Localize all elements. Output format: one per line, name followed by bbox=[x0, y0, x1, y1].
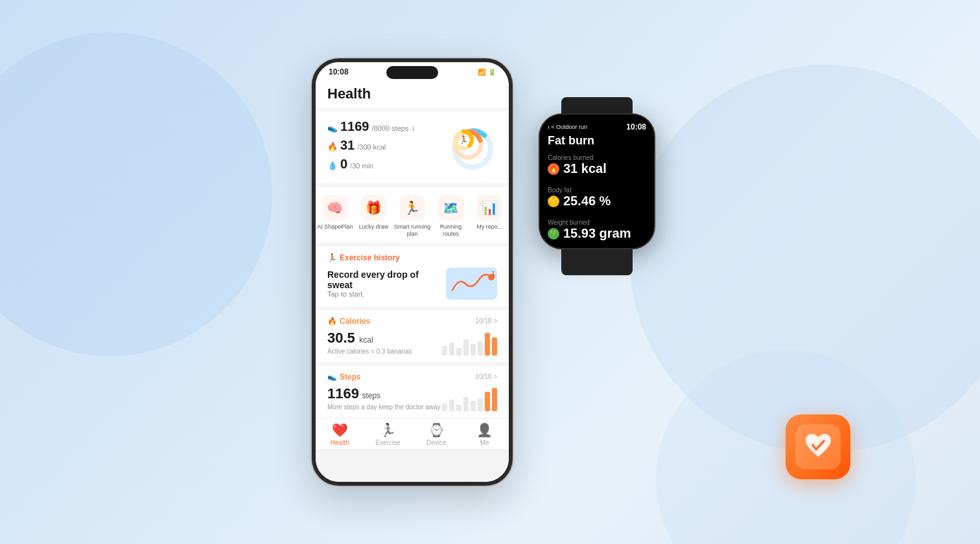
svg-text:🏃: 🏃 bbox=[459, 135, 469, 144]
bar-7-highlight bbox=[485, 333, 490, 356]
action-smart-running[interactable]: 🏃 Smart running plan bbox=[393, 195, 432, 238]
bar-3 bbox=[456, 348, 461, 356]
step-bar-4 bbox=[463, 397, 469, 411]
app-icon[interactable] bbox=[786, 414, 850, 479]
calories-icon: 🔥 bbox=[327, 142, 338, 152]
exercise-nav-icon: 🏃 bbox=[380, 422, 396, 438]
svg-text:🏃: 🏃 bbox=[490, 271, 496, 277]
steps-content: 1169 steps More steps a day keep the doc… bbox=[327, 385, 497, 411]
nav-exercise[interactable]: 🏃 Exercise bbox=[364, 422, 413, 446]
me-nav-icon: 👤 bbox=[476, 422, 493, 438]
watch-mode-title: Fat burn bbox=[548, 134, 646, 148]
steps-goal: /8000 steps bbox=[372, 124, 409, 132]
watch-weight-value: 15.93 gram bbox=[563, 226, 631, 241]
watch-screen: ‹ < Outdoor run 10:08 Fat burn Calories … bbox=[540, 115, 654, 248]
action-icon-ai: 🧠 bbox=[322, 195, 348, 221]
exercise-section: 🏃 Exercise history Record every drop of … bbox=[316, 247, 509, 306]
health-nav-icon: ❤️ bbox=[332, 422, 348, 438]
watch-metric-bodyfat: Body fat 💛 25.46 % bbox=[548, 187, 646, 209]
steps-title-icon: 👟 bbox=[327, 372, 337, 381]
steps-title-text: Steps bbox=[340, 372, 361, 381]
nav-me[interactable]: 👤 Me bbox=[461, 422, 509, 446]
stats-card: 👟 1169 /8000 steps ℹ 🔥 31 /300 kcal 💧 bbox=[316, 111, 509, 183]
calories-big-value: 30.5 bbox=[327, 330, 355, 346]
run-icon: 🏃 bbox=[327, 253, 337, 262]
watch-body: ‹ < Outdoor run 10:08 Fat burn Calories … bbox=[539, 113, 655, 249]
steps-date: 10/18 > bbox=[475, 373, 497, 380]
calories-goal: /300 kcal bbox=[357, 143, 386, 151]
status-icons: 📶 🔋 bbox=[478, 69, 496, 76]
minutes-stat-row: 💧 0 /30 min bbox=[327, 157, 439, 172]
bar-6 bbox=[478, 341, 483, 356]
exercise-nav-label: Exercise bbox=[376, 439, 401, 446]
watch-back-button[interactable]: ‹ < Outdoor run bbox=[548, 124, 587, 131]
step-bar-5 bbox=[471, 401, 476, 411]
watch-header: ‹ < Outdoor run 10:08 bbox=[548, 122, 646, 131]
exercise-subtitle: Tap to start. bbox=[327, 290, 446, 298]
watch-bodyfat-value: 25.46 % bbox=[563, 194, 611, 209]
watch-bodyfat-value-row: 💛 25.46 % bbox=[548, 194, 646, 209]
action-label-report: My repo... bbox=[476, 223, 502, 231]
exercise-content[interactable]: Record every drop of sweat Tap to start.… bbox=[327, 267, 497, 300]
stats-list: 👟 1169 /8000 steps ℹ 🔥 31 /300 kcal 💧 bbox=[327, 119, 439, 176]
action-report[interactable]: 📊 My repo... bbox=[470, 195, 509, 238]
steps-title-row: 👟 Steps 10/18 > bbox=[327, 372, 497, 381]
status-time: 10:08 bbox=[329, 67, 349, 76]
calories-content: 30.5 kcal Active calories ≈ 0.3 bananas bbox=[327, 330, 497, 356]
steps-value: 1169 bbox=[340, 119, 369, 134]
steps-stat-row: 👟 1169 /8000 steps ℹ bbox=[327, 119, 439, 134]
steps-section-title: 👟 Steps bbox=[327, 372, 361, 381]
exercise-title: Record every drop of sweat bbox=[327, 269, 446, 290]
action-icon-routes: 🗺️ bbox=[438, 195, 464, 221]
calories-title-row: 🔥 Calories 10/18 > bbox=[327, 317, 497, 326]
bar-2 bbox=[449, 343, 454, 356]
back-chevron-icon: ‹ bbox=[548, 124, 550, 131]
action-ai-shapeplan[interactable]: 🧠 AI ShapePlan bbox=[316, 195, 355, 238]
ring-charts: 🏃 bbox=[439, 122, 497, 174]
action-routes[interactable]: 🗺️ Running routes bbox=[432, 195, 471, 238]
steps-icon: 👟 bbox=[327, 123, 338, 133]
info-icon: ℹ bbox=[412, 126, 414, 132]
phone: 10:08 📶 🔋 Health 👟 1169 bbox=[312, 58, 513, 486]
steps-section: 👟 Steps 10/18 > 1169 steps More steps a … bbox=[316, 366, 509, 418]
steps-big-value: 1169 bbox=[327, 385, 359, 402]
watch-bodyfat-icon: 💛 bbox=[548, 196, 559, 207]
watch-band-bottom bbox=[561, 249, 633, 275]
calories-section: 🔥 Calories 10/18 > 30.5 kcal Active calo… bbox=[316, 310, 509, 362]
steps-bar-chart bbox=[442, 385, 497, 411]
smartwatch: ‹ < Outdoor run 10:08 Fat burn Calories … bbox=[526, 97, 668, 266]
devices-row: 10:08 📶 🔋 Health 👟 1169 bbox=[312, 58, 668, 486]
steps-left: 1169 steps More steps a day keep the doc… bbox=[327, 385, 441, 411]
step-bar-6 bbox=[478, 398, 483, 411]
watch-weight-icon: 💚 bbox=[548, 228, 559, 240]
action-label-ai: AI ShapePlan bbox=[317, 223, 353, 231]
calories-section-title: 🔥 Calories bbox=[327, 317, 370, 326]
calories-unit: kcal bbox=[359, 335, 373, 345]
exercise-section-header: 🏃 Exercise history bbox=[327, 253, 497, 262]
action-icon-report: 📊 bbox=[476, 195, 502, 221]
bar-1 bbox=[442, 346, 447, 356]
phone-inner: 10:08 📶 🔋 Health 👟 1169 bbox=[316, 62, 509, 482]
nav-device[interactable]: ⌚ Device bbox=[412, 422, 461, 446]
app-icon-inner bbox=[795, 424, 841, 470]
wifi-icon: 📶 bbox=[478, 69, 485, 76]
bar-4 bbox=[463, 339, 469, 356]
bar-8-highlight bbox=[492, 337, 497, 356]
action-label-lucky: Lucky draw bbox=[359, 223, 389, 231]
calories-stat-row: 🔥 31 /300 kcal bbox=[327, 138, 439, 153]
nav-health[interactable]: ❤️ Health bbox=[316, 422, 364, 446]
step-bar-8-highlight bbox=[492, 388, 497, 411]
action-label-routes: Running routes bbox=[432, 223, 471, 238]
watch-weight-value-row: 💚 15.93 gram bbox=[548, 226, 646, 241]
action-lucky-draw[interactable]: 🎁 Lucky draw bbox=[355, 195, 393, 238]
watch-metric-calories: Calories burned 🔥 31 kcal bbox=[548, 154, 646, 176]
minutes-icon: 💧 bbox=[327, 161, 338, 170]
quick-actions: 🧠 AI ShapePlan 🎁 Lucky draw 🏃 Smart runn… bbox=[316, 187, 509, 243]
watch-calories-label: Calories burned bbox=[548, 154, 646, 161]
calories-value: 31 bbox=[340, 138, 355, 153]
minutes-goal: /30 min bbox=[350, 162, 373, 170]
phone-notch bbox=[386, 66, 438, 79]
watch-weight-label: Weight burned bbox=[548, 219, 646, 226]
calories-bar-chart bbox=[442, 330, 497, 356]
step-bar-7-highlight bbox=[485, 392, 490, 411]
